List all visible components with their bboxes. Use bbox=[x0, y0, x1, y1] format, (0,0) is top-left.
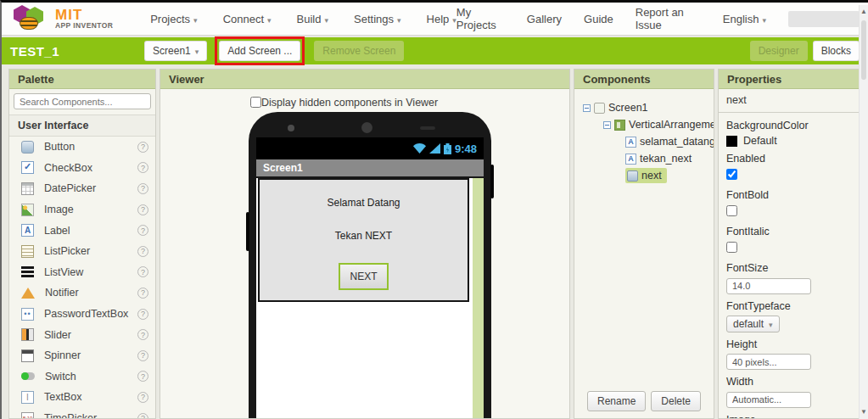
viewer-header: Viewer bbox=[160, 70, 569, 89]
palette-item-label: ListView bbox=[44, 266, 83, 278]
help-icon[interactable]: ? bbox=[137, 183, 148, 194]
language-selector[interactable]: English bbox=[723, 13, 766, 25]
rename-button[interactable]: Rename bbox=[587, 391, 646, 411]
collapse-icon[interactable] bbox=[603, 121, 611, 129]
properties-header: Properties bbox=[719, 70, 860, 89]
fontitalic-checkbox[interactable] bbox=[726, 242, 737, 253]
menu-settings[interactable]: Settings bbox=[354, 13, 401, 25]
add-screen-button[interactable]: Add Screen ... bbox=[219, 41, 300, 61]
help-icon[interactable]: ? bbox=[137, 329, 148, 340]
tree-item-next-selected[interactable]: next bbox=[625, 167, 710, 184]
palette-item-button[interactable]: Button ? bbox=[9, 137, 155, 158]
help-icon[interactable]: ? bbox=[137, 162, 148, 173]
help-icon[interactable]: ? bbox=[137, 266, 148, 277]
height-input[interactable] bbox=[726, 354, 811, 370]
prop-fontsize: FontSize bbox=[726, 262, 852, 294]
palette-item-datepicker[interactable]: DatePicker ? bbox=[9, 178, 155, 199]
palette-item-spinner[interactable]: Spinner ? bbox=[9, 345, 155, 366]
delete-button[interactable]: Delete bbox=[651, 391, 701, 411]
app-inventor-logo[interactable]: MIT APP INVENTOR bbox=[10, 5, 135, 32]
tree-item-screen1[interactable]: Screen1 bbox=[583, 99, 710, 116]
selamat-datang-label[interactable]: Selamat Datang bbox=[260, 180, 468, 209]
help-icon[interactable]: ? bbox=[137, 350, 148, 361]
menu-help[interactable]: Help bbox=[427, 13, 456, 25]
palette-item-label: TimePicker bbox=[44, 412, 97, 419]
selected-component-name: next bbox=[719, 89, 860, 113]
link-report-an-issue[interactable]: Report an Issue bbox=[636, 6, 701, 31]
help-icon[interactable]: ? bbox=[137, 225, 148, 236]
help-icon[interactable]: ? bbox=[137, 371, 148, 382]
palette-item-label[interactable]: Label ? bbox=[9, 220, 155, 241]
app-inventor-logo-icon bbox=[10, 5, 49, 32]
designer-tab-button[interactable]: Designer bbox=[750, 41, 808, 61]
palette-item-passwordtextbox[interactable]: PasswordTextBox ? bbox=[9, 304, 155, 325]
remove-screen-button[interactable]: Remove Screen bbox=[314, 41, 404, 61]
tree-item-verticalarrangement1[interactable]: VerticalArrangement1 bbox=[603, 116, 710, 133]
link-guide[interactable]: Guide bbox=[584, 13, 613, 25]
next-button-preview[interactable]: NEXT bbox=[339, 263, 388, 290]
menu-label: Connect bbox=[223, 13, 264, 25]
logo-mit-text: MIT bbox=[55, 8, 113, 21]
display-hidden-components-checkbox[interactable] bbox=[250, 97, 261, 108]
palette-item-textbox[interactable]: TextBox ? bbox=[9, 387, 155, 408]
palette-item-listview[interactable]: ListView ? bbox=[9, 262, 155, 283]
user-account-redacted[interactable] bbox=[788, 11, 860, 27]
palette-item-timepicker[interactable]: TimePicker ? bbox=[9, 408, 155, 419]
collapse-icon[interactable] bbox=[583, 104, 591, 112]
fonttypeface-select[interactable]: default bbox=[726, 316, 780, 332]
help-icon[interactable]: ? bbox=[137, 204, 148, 215]
palette-item-notifier[interactable]: Notifier ? bbox=[9, 282, 155, 304]
scrollbar-thumb[interactable] bbox=[861, 20, 866, 80]
vertical-arrangement-preview[interactable]: Selamat Datang Tekan NEXT NEXT bbox=[258, 178, 469, 302]
tekan-next-label[interactable]: Tekan NEXT bbox=[260, 209, 468, 242]
backgroundcolor-picker[interactable]: Default bbox=[726, 135, 852, 147]
menu-connect[interactable]: Connect bbox=[223, 13, 272, 25]
fontsize-input[interactable] bbox=[726, 278, 811, 294]
screen-scroll-strip bbox=[473, 178, 484, 419]
menu-build[interactable]: Build bbox=[297, 13, 328, 25]
palette-item-image[interactable]: Image ? bbox=[9, 199, 155, 221]
link-my-projects[interactable]: My Projects bbox=[456, 6, 505, 31]
palette-section-user-interface[interactable]: User Interface bbox=[9, 115, 155, 137]
palette-item-switch[interactable]: Switch ? bbox=[9, 366, 155, 388]
fontbold-checkbox[interactable] bbox=[726, 205, 737, 216]
scroll-down-icon[interactable]: ▼ bbox=[860, 408, 868, 416]
help-icon[interactable]: ? bbox=[137, 288, 148, 299]
screen-selector-dropdown[interactable]: Screen1 bbox=[144, 41, 207, 61]
palette-item-listpicker[interactable]: ListPicker ? bbox=[9, 241, 155, 262]
tree-item-selamat-datang[interactable]: selamat_datang bbox=[625, 133, 710, 150]
prop-backgroundcolor: BackgroundColor Default bbox=[726, 120, 852, 147]
menu-label: Projects bbox=[150, 13, 190, 25]
tree-item-tekan-next[interactable]: tekan_next bbox=[625, 150, 710, 167]
help-icon[interactable]: ? bbox=[137, 142, 148, 153]
listview-icon bbox=[21, 266, 34, 277]
phone-screen-title-bar: Screen1 bbox=[256, 159, 484, 176]
scroll-up-icon[interactable]: ▲ bbox=[860, 8, 868, 15]
link-gallery[interactable]: Gallery bbox=[527, 13, 562, 25]
menu-projects[interactable]: Projects bbox=[150, 13, 198, 25]
help-icon[interactable]: ? bbox=[137, 309, 148, 320]
palette-panel: Palette User Interface Button ? CheckBox… bbox=[8, 69, 156, 419]
phone-screen-canvas[interactable]: Selamat Datang Tekan NEXT NEXT bbox=[256, 178, 484, 419]
palette-item-checkbox[interactable]: CheckBox ? bbox=[9, 158, 155, 179]
status-bar-clock: 9:48 bbox=[455, 142, 477, 155]
menu-label: Help bbox=[427, 13, 450, 25]
width-input[interactable] bbox=[726, 392, 811, 408]
components-panel: Components Screen1 VerticalArrangement1 … bbox=[574, 69, 714, 419]
prop-label: FontTypeface bbox=[726, 300, 852, 312]
palette-item-slider[interactable]: Slider ? bbox=[9, 324, 155, 345]
page-scrollbar[interactable]: ▲ ▼ bbox=[859, 5, 868, 419]
selected-tree-item-highlight: next bbox=[625, 168, 667, 183]
prop-image: Image bbox=[726, 414, 852, 419]
help-icon[interactable]: ? bbox=[137, 246, 148, 257]
prop-label: FontBold bbox=[726, 189, 852, 201]
search-components-input[interactable] bbox=[14, 93, 151, 109]
blocks-tab-button[interactable]: Blocks bbox=[813, 41, 860, 61]
phone-speaker-dot bbox=[361, 122, 372, 133]
help-icon[interactable]: ? bbox=[137, 413, 148, 419]
enabled-checkbox[interactable] bbox=[726, 169, 737, 180]
display-hidden-components-row: Display hidden components in Viewer bbox=[250, 97, 569, 109]
palette-header: Palette bbox=[9, 70, 155, 89]
screen-selector-label: Screen1 bbox=[153, 45, 191, 57]
help-icon[interactable]: ? bbox=[137, 392, 148, 403]
